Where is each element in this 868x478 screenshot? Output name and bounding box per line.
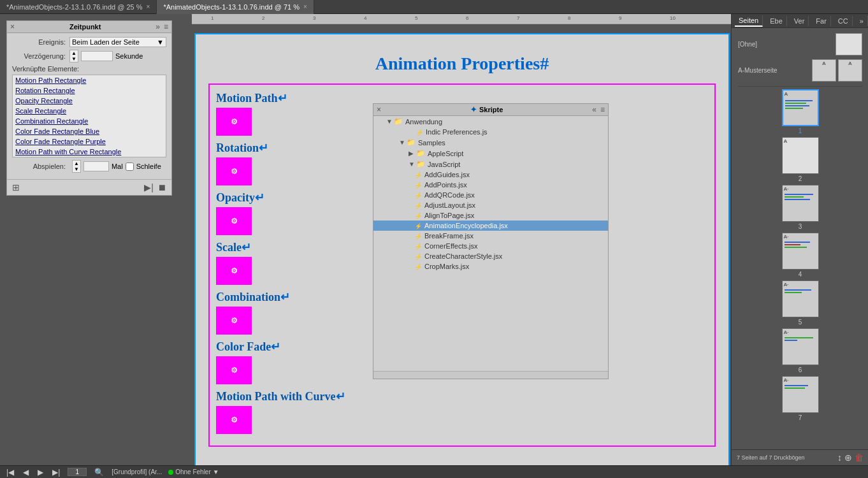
link-item-7[interactable]: Motion Path with Curve Rectangle	[13, 147, 166, 157]
motionpathcurve-rect[interactable]: ⚙	[216, 406, 252, 434]
scale-rect[interactable]: ⚙	[216, 257, 252, 285]
skripte-close-btn[interactable]: ×	[377, 105, 381, 114]
skripte-menu-btn[interactable]: ≡	[600, 105, 605, 114]
zeitpunkt-expand-btn[interactable]: »	[156, 22, 160, 31]
verzoegerung-up[interactable]: ▲	[70, 50, 78, 56]
tree-item-anwendung[interactable]: ▼ 📁 Anwendung	[373, 116, 608, 127]
section-motionpathcurve-title: Motion Path with Curve↵	[216, 389, 708, 403]
pages-footer-text: 7 Seiten auf 7 Druckbögen	[737, 454, 805, 461]
tree-item-indic[interactable]: Indic Preferences.js	[373, 127, 608, 137]
zeitpunkt-close-btn[interactable]: ×	[10, 22, 15, 31]
skripte-arrows-btn[interactable]: «	[592, 105, 597, 114]
verknuepfte-label: Verknüpfte Elemente:	[12, 65, 166, 73]
page-thumb-5[interactable]: A· 5	[781, 280, 820, 326]
pages-tab-far[interactable]: Far	[812, 16, 831, 26]
page-number-input[interactable]	[68, 468, 87, 476]
link-item-1[interactable]: Rotation Rectangle	[13, 85, 166, 96]
tree-item-javascript[interactable]: ▼ 📁 JavaScript	[373, 159, 608, 170]
tree-item-samples[interactable]: ▼ 📁 Samples	[373, 137, 608, 148]
colorfade-rect[interactable]: ⚙	[216, 356, 252, 384]
schleife-checkbox[interactable]	[126, 163, 134, 171]
link-item-4[interactable]: Combination Rectangle	[13, 116, 166, 126]
motion-path-rect[interactable]: ⚙	[216, 108, 252, 136]
page-thumb-4[interactable]: A· 4	[781, 233, 820, 278]
colorfade-icon: ⚙	[231, 366, 238, 375]
nav-last-btn[interactable]: ▶|	[51, 468, 61, 477]
tree-item-cropmarks[interactable]: CropMarks.jsx	[373, 261, 608, 272]
nav-first-btn[interactable]: |◀	[5, 468, 15, 477]
status-errors[interactable]: Ohne Fehler ▼	[168, 468, 219, 475]
ereignis-label: Ereignis:	[12, 38, 69, 46]
link-item-5[interactable]: Color Fade Rectangle Blue	[13, 126, 166, 136]
abspielen-input[interactable]	[83, 161, 109, 171]
tree-item-aligntopage[interactable]: AlignToPage.jsx	[373, 210, 608, 221]
master-a-thumb-left[interactable]: A	[812, 59, 836, 82]
tree-item-breakframe[interactable]: BreakFrame.jsx	[373, 231, 608, 241]
zeitpunkt-menu-btn[interactable]: ≡	[164, 22, 168, 31]
page-thumb-7[interactable]: A· 7	[781, 376, 820, 421]
abspielen-down[interactable]: ▼	[73, 166, 80, 172]
master-ohne-label: [Ohne]	[738, 41, 757, 48]
rotation-rect[interactable]: ⚙	[216, 157, 252, 185]
right-panel: Seiten Ebe Ver Far CC » [Ohne] A-Musters…	[731, 14, 868, 465]
abspielen-up[interactable]: ▲	[73, 161, 80, 166]
verzoegerung-down[interactable]: ▼	[70, 56, 78, 62]
pages-rotate-btn[interactable]: ↕	[837, 453, 842, 463]
tab-2[interactable]: *AnimatedObjects-1-13.1.0.76.indd @ 71 %…	[157, 0, 314, 14]
createcharstyle-icon	[415, 253, 422, 260]
pages-tab-more[interactable]: »	[856, 16, 868, 26]
aligntopage-label: AlignToPage.jsx	[424, 212, 474, 219]
verzoegerung-input[interactable]	[81, 51, 113, 61]
tree-item-addpoints[interactable]: AddPoints.jsx	[373, 180, 608, 190]
abspielen-row: Abspielen: ▲ ▼ Mal Schleife	[12, 160, 166, 173]
link-item-2[interactable]: Opacity Rectangle	[13, 96, 166, 106]
tree-item-adjustlayout[interactable]: AdjustLayout.jsx	[373, 200, 608, 210]
link-item-6[interactable]: Color Fade Rectangle Purple	[13, 136, 166, 147]
page-thumb-3[interactable]: A· 3	[781, 185, 820, 230]
link-item-0[interactable]: Motion Path Rectangle	[13, 75, 166, 85]
page-thumb-2[interactable]: A 2	[781, 137, 820, 182]
pages-panel: Seiten Ebe Ver Far CC » [Ohne] A-Musters…	[732, 14, 868, 465]
zoom-btn[interactable]: 🔍	[93, 468, 105, 477]
master-ohne-thumb[interactable]	[835, 33, 862, 55]
tree-item-cornereffects[interactable]: CornerEffects.jsx	[373, 241, 608, 251]
tree-item-addguides[interactable]: AddGuides.jsx	[373, 170, 608, 180]
page-2-img: A	[782, 137, 819, 174]
master-ohne-row: [Ohne]	[735, 31, 865, 57]
zeitpunkt-play-btn[interactable]: ▶|	[144, 182, 154, 192]
tab-1-close[interactable]: ×	[147, 3, 150, 10]
pages-delete-btn[interactable]: 🗑	[855, 453, 864, 463]
cornereffects-icon	[415, 243, 422, 250]
tree-item-animenc[interactable]: AnimationEncyclopedia.jsx	[373, 221, 608, 231]
pages-tab-ebenen[interactable]: Ebe	[766, 16, 787, 26]
samples-arrow: ▼	[399, 139, 407, 146]
skripte-titlebar: × ✦ Skripte « ≡	[373, 104, 608, 116]
pages-tab-ver[interactable]: Ver	[790, 16, 809, 26]
tab-1[interactable]: *AnimatedObjects-2-13.1.0.76.indd @ 25 %…	[0, 0, 157, 14]
tree-item-createcharstyle[interactable]: CreateCharacterStyle.jsx	[373, 251, 608, 261]
tree-item-applescript[interactable]: ▶ 📁 AppleScript	[373, 148, 608, 159]
link-item-3[interactable]: Scale Rectangle	[13, 106, 166, 116]
skripte-tree: ▼ 📁 Anwendung Indic Preferences.js ▼ 📁 S…	[373, 116, 608, 371]
opacity-rect[interactable]: ⚙	[216, 207, 252, 235]
zeitpunkt-stop-btn[interactable]: ⏹	[157, 182, 166, 192]
ereignis-dropdown[interactable]: Beim Laden der Seite ▼	[69, 37, 166, 47]
pages-tab-cc[interactable]: CC	[834, 16, 853, 26]
samples-label: Samples	[418, 139, 445, 147]
pages-add-btn[interactable]: ⊕	[844, 453, 852, 463]
section-motionpathcurve: Motion Path with Curve↵ ⚙	[216, 389, 708, 434]
addqrcode-label: AddQRCode.jsx	[424, 191, 475, 199]
tree-item-addqrcode[interactable]: AddQRCode.jsx	[373, 190, 608, 200]
status-dot	[168, 470, 173, 475]
page-thumb-6[interactable]: A· 6	[781, 328, 820, 373]
nav-prev-btn[interactable]: ◀	[22, 468, 30, 477]
tab-2-close[interactable]: ×	[303, 3, 307, 10]
master-a-label: A-Musterseite	[738, 67, 778, 74]
zeitpunkt-footer-left[interactable]: ⊞	[12, 182, 20, 192]
pages-tab-seiten[interactable]: Seiten	[735, 15, 763, 27]
ereignis-value: Beim Laden der Seite	[72, 38, 140, 46]
master-a-thumb-right[interactable]: A	[838, 59, 862, 82]
nav-next-btn[interactable]: ▶	[36, 468, 45, 477]
combination-rect[interactable]: ⚙	[216, 307, 252, 335]
page-thumb-1[interactable]: A 1	[781, 89, 820, 134]
